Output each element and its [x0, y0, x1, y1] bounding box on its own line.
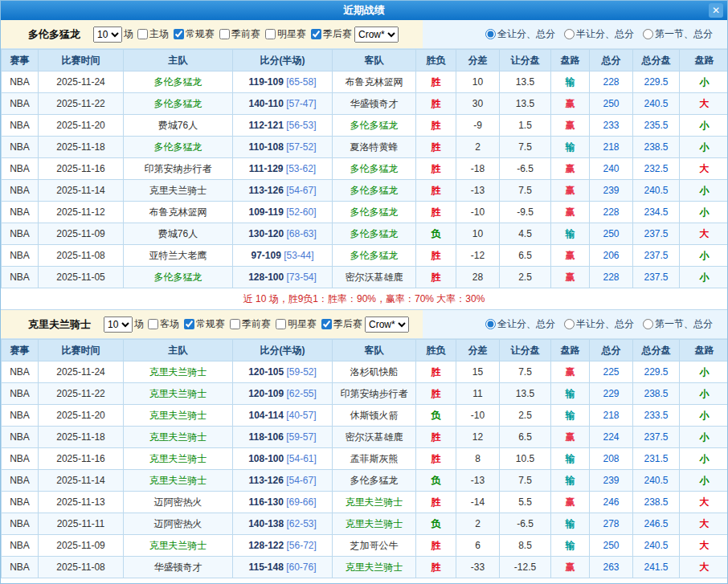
diff-cell: 2	[456, 513, 500, 535]
game-type-checkbox-3[interactable]: 明星赛	[272, 317, 317, 331]
checkbox-input[interactable]	[174, 29, 184, 39]
score-final: 115-148	[248, 562, 283, 573]
game-type-checkbox-3[interactable]: 明星赛	[261, 27, 306, 41]
score-cell: 130-120 [68-63]	[233, 223, 333, 245]
game-row: NBA2025-11-22克里夫兰骑士120-109 [62-55]印第安纳步行…	[2, 383, 728, 405]
spread-result-cell: 输	[551, 470, 590, 492]
away-team-cell: 多伦多猛龙	[333, 223, 416, 245]
checkbox-input[interactable]	[265, 29, 276, 39]
spread-result-cell: 赢	[551, 93, 590, 115]
score-cell: 140-110 [57-47]	[233, 93, 333, 115]
game-type-checkbox-1[interactable]: 常规赛	[170, 27, 215, 41]
diff-cell: -13	[456, 470, 500, 492]
date-cell: 2025-11-20	[39, 405, 124, 427]
date-cell: 2025-11-24	[39, 361, 124, 383]
radio-input[interactable]	[643, 319, 653, 329]
score-half: [59-52]	[284, 366, 317, 378]
spread-result-cell: 赢	[551, 427, 590, 448]
stat-mode-radio-1[interactable]: 半让分、总分	[560, 27, 634, 41]
diff-cell: 30	[456, 93, 500, 115]
total-result-cell: 小	[680, 448, 728, 470]
home-team-cell: 克里夫兰骑士	[124, 405, 233, 427]
score-cell: 109-119 [52-60]	[233, 202, 333, 223]
spread-cell: -12.5	[500, 557, 551, 578]
total-line-cell: 238.5	[633, 137, 680, 158]
total-line-cell: 237.5	[633, 245, 680, 267]
away-team-cell: 克里夫兰骑士	[333, 557, 416, 578]
game-type-checkbox-2[interactable]: 季前赛	[215, 27, 260, 41]
radio-input[interactable]	[564, 319, 575, 329]
spread-cell: 1.5	[500, 115, 551, 137]
checkbox-input[interactable]	[137, 29, 148, 39]
total-line-cell: 240.5	[633, 470, 680, 492]
close-icon[interactable]: ✕	[709, 3, 723, 18]
games-count-select[interactable]: 10	[93, 27, 122, 43]
diff-cell: 10	[456, 223, 500, 245]
game-type-checkbox-4[interactable]: 季后赛	[307, 27, 352, 41]
radio-input[interactable]	[485, 319, 496, 329]
checkbox-input[interactable]	[321, 319, 332, 329]
odds-company-select[interactable]: Crow*	[354, 27, 399, 43]
result-cell: 胜	[416, 180, 456, 202]
column-header: 赛事	[2, 50, 39, 71]
radio-input[interactable]	[643, 29, 653, 39]
game-type-checkbox-0[interactable]: 主场	[133, 27, 169, 41]
checkbox-input[interactable]	[148, 319, 158, 329]
stat-mode-radio-0[interactable]: 全让分、总分	[481, 317, 555, 331]
away-team-cell: 洛杉矶快船	[333, 361, 416, 383]
game-row: NBA2025-11-22多伦多猛龙140-110 [57-47]华盛顿奇才胜3…	[2, 93, 728, 115]
score-cell: 116-130 [69-66]	[233, 492, 333, 513]
column-header: 分差	[456, 340, 500, 361]
date-cell: 2025-11-05	[39, 267, 124, 288]
result-cell: 负	[416, 405, 456, 427]
game-row: NBA2025-11-14克里夫兰骑士113-126 [54-67]多伦多猛龙负…	[2, 470, 728, 492]
spread-result-cell: 输	[551, 513, 590, 535]
radio-input[interactable]	[564, 29, 575, 39]
date-cell: 2025-11-18	[39, 427, 124, 448]
odds-company-select[interactable]: Crow*	[365, 317, 409, 333]
result-cell: 胜	[416, 137, 456, 158]
games-count-select[interactable]: 10	[104, 317, 133, 333]
column-header: 胜负	[416, 340, 456, 361]
date-cell: 2025-11-09	[39, 535, 124, 557]
home-team-cell: 多伦多猛龙	[124, 267, 233, 288]
stat-mode-radio-2[interactable]: 第一节、总分	[639, 27, 713, 41]
total-cell: 239	[590, 180, 633, 202]
away-team-cell: 夏洛特黄蜂	[333, 137, 416, 158]
home-team-cell: 华盛顿奇才	[124, 557, 233, 578]
spread-cell: 7.5	[500, 361, 551, 383]
spread-result-cell: 输	[551, 535, 590, 557]
checkbox-input[interactable]	[184, 319, 194, 329]
spread-cell: 6.5	[500, 245, 551, 267]
checkbox-input[interactable]	[230, 319, 240, 329]
date-cell: 2025-11-14	[39, 470, 124, 492]
result-cell: 胜	[416, 115, 456, 137]
radio-input[interactable]	[485, 29, 496, 39]
score-final: 140-138	[248, 518, 284, 529]
checkbox-input[interactable]	[276, 319, 286, 329]
result-cell: 胜	[416, 267, 456, 288]
column-header: 总分	[590, 340, 633, 361]
stat-mode-radio-0[interactable]: 全让分、总分	[481, 27, 555, 41]
column-header: 主队	[124, 340, 233, 361]
date-cell: 2025-11-13	[39, 492, 124, 513]
score-final: 113-126	[248, 475, 283, 486]
league-cell: NBA	[2, 202, 39, 223]
score-cell: 120-109 [62-55]	[233, 383, 333, 405]
stat-mode-radio-2[interactable]: 第一节、总分	[639, 317, 713, 331]
game-type-checkbox-0[interactable]: 客场	[144, 317, 179, 331]
date-cell: 2025-11-12	[39, 202, 124, 223]
score-half: [59-57]	[284, 431, 317, 443]
spread-cell: -6.5	[500, 513, 551, 535]
checkbox-input[interactable]	[311, 29, 321, 39]
game-type-checkbox-1[interactable]: 常规赛	[180, 317, 225, 331]
score-cell: 113-126 [54-67]	[233, 470, 333, 492]
column-header: 比分(半场)	[233, 50, 333, 71]
home-team-cell: 费城76人	[124, 115, 233, 137]
spread-cell: 2.5	[500, 405, 551, 427]
game-type-checkbox-4[interactable]: 季后赛	[317, 317, 362, 331]
checkbox-input[interactable]	[219, 29, 230, 39]
stat-mode-radio-1[interactable]: 半让分、总分	[560, 317, 634, 331]
game-type-checkbox-2[interactable]: 季前赛	[226, 317, 271, 331]
result-cell: 胜	[416, 93, 456, 115]
